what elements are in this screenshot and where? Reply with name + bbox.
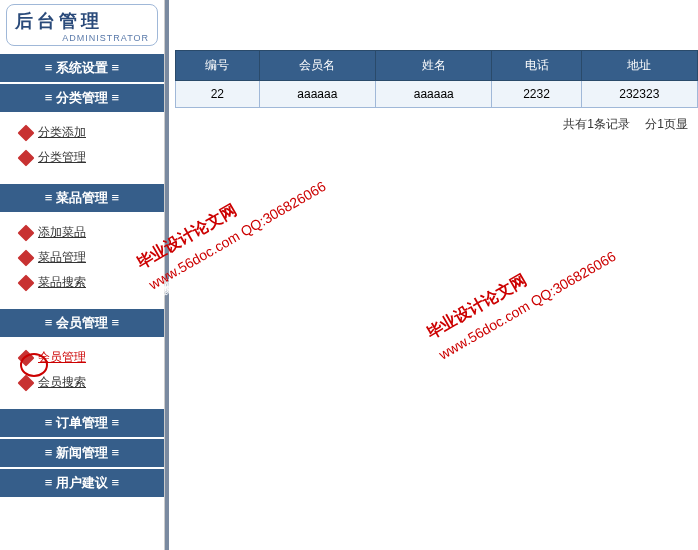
menu-item[interactable]: 添加菜品 xyxy=(0,220,164,245)
menu-header[interactable]: 分类管理 xyxy=(0,84,164,112)
main-content: 编号会员名姓名电话地址 22aaaaaaaaaaaa2232232323 共有1… xyxy=(165,0,698,550)
members-table: 编号会员名姓名电话地址 22aaaaaaaaaaaa2232232323 xyxy=(175,50,698,108)
menu-item-label: 会员搜索 xyxy=(38,374,86,391)
menu-item[interactable]: 会员管理 xyxy=(0,345,164,370)
pagination-pages: 分1页显 xyxy=(645,117,688,131)
table-cell: 2232 xyxy=(492,81,581,108)
table-header: 编号 xyxy=(176,51,260,81)
pencil-icon xyxy=(18,274,35,291)
menu-item[interactable]: 分类管理 xyxy=(0,145,164,170)
table-row[interactable]: 22aaaaaaaaaaaa2232232323 xyxy=(176,81,698,108)
pencil-icon xyxy=(18,374,35,391)
table-cell: 232323 xyxy=(581,81,697,108)
menu-item[interactable]: 菜品搜索 xyxy=(0,270,164,295)
menu-header[interactable]: 菜品管理 xyxy=(0,184,164,212)
pencil-icon xyxy=(18,224,35,241)
menu-header[interactable]: 会员管理 xyxy=(0,309,164,337)
table-cell: aaaaaa xyxy=(376,81,492,108)
table-cell: 22 xyxy=(176,81,260,108)
menu-item-label: 分类添加 xyxy=(38,124,86,141)
logo-title: 后台管理 xyxy=(15,9,149,33)
menu-item-label: 会员管理 xyxy=(38,349,86,366)
table-cell: aaaaaa xyxy=(259,81,375,108)
pencil-icon xyxy=(18,349,35,366)
menu-item[interactable]: 分类添加 xyxy=(0,120,164,145)
logo: 后台管理 ADMINISTRATOR xyxy=(6,4,158,46)
table-header: 电话 xyxy=(492,51,581,81)
menu-item-label: 添加菜品 xyxy=(38,224,86,241)
menu-header[interactable]: 订单管理 xyxy=(0,409,164,437)
menu-item-label: 菜品管理 xyxy=(38,249,86,266)
pagination-total: 共有1条记录 xyxy=(563,117,630,131)
menu-header[interactable]: 用户建议 xyxy=(0,469,164,497)
pagination: 共有1条记录 分1页显 xyxy=(175,108,698,141)
logo-subtitle: ADMINISTRATOR xyxy=(15,33,149,43)
menu-item[interactable]: 菜品管理 xyxy=(0,245,164,270)
menu-item-label: 分类管理 xyxy=(38,149,86,166)
menu-header[interactable]: 新闻管理 xyxy=(0,439,164,467)
pencil-icon xyxy=(18,149,35,166)
pencil-icon xyxy=(18,249,35,266)
menu-header[interactable]: 系统设置 xyxy=(0,54,164,82)
table-header: 会员名 xyxy=(259,51,375,81)
table-header: 姓名 xyxy=(376,51,492,81)
pencil-icon xyxy=(18,124,35,141)
sidebar: 后台管理 ADMINISTRATOR 系统设置分类管理分类添加分类管理菜品管理添… xyxy=(0,0,165,550)
table-header: 地址 xyxy=(581,51,697,81)
menu-item[interactable]: 会员搜索 xyxy=(0,370,164,395)
menu-item-label: 菜品搜索 xyxy=(38,274,86,291)
